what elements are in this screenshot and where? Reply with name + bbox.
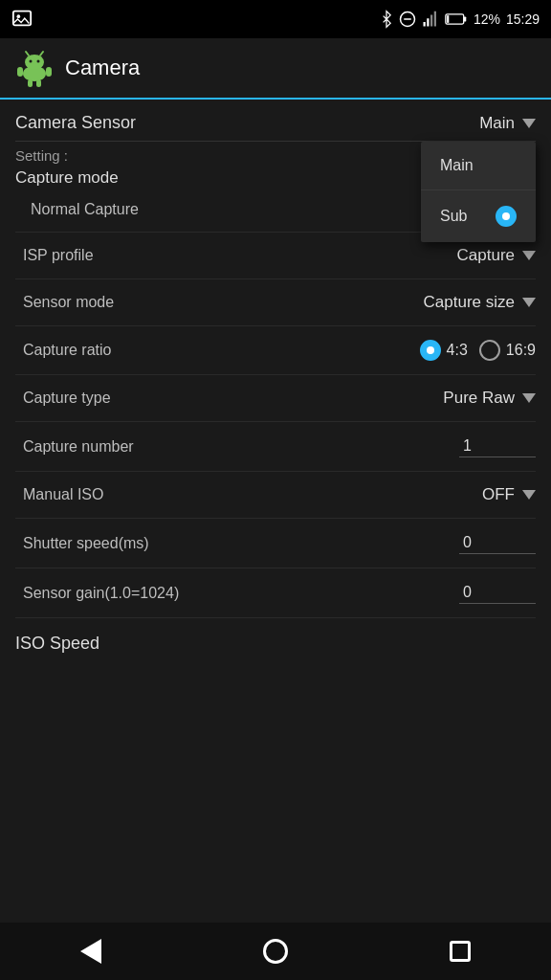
back-icon [80, 939, 101, 964]
isp-profile-arrow [522, 251, 536, 260]
svg-rect-17 [17, 67, 23, 77]
camera-sensor-label: Camera Sensor [15, 113, 136, 133]
nav-recents-button[interactable] [450, 941, 471, 962]
sensor-mode-arrow [522, 298, 536, 307]
sensor-mode-dropdown[interactable]: Capture size [424, 293, 536, 312]
svg-rect-20 [36, 79, 41, 87]
svg-rect-9 [464, 16, 467, 21]
manual-iso-row[interactable]: Manual ISO OFF [15, 472, 536, 519]
sensor-gain-row[interactable]: Sensor gain(1.0=1024) [15, 568, 536, 618]
home-icon [263, 939, 288, 964]
sensor-gain-label: Sensor gain(1.0=1024) [15, 585, 179, 602]
time-display: 15:29 [506, 11, 540, 27]
camera-sensor-menu[interactable]: Main Sub [421, 142, 536, 242]
ratio-4-3-label: 4:3 [447, 342, 468, 359]
battery-icon [445, 12, 468, 26]
sub-radio-selected [496, 206, 517, 227]
ratio-16-9-label: 16:9 [506, 342, 536, 359]
app-bar: Camera [0, 38, 551, 100]
svg-rect-7 [434, 11, 436, 27]
capture-type-label: Capture type [15, 390, 111, 407]
svg-rect-10 [447, 15, 449, 23]
capture-number-input[interactable] [459, 435, 536, 457]
setting-label: Setting : [15, 140, 68, 166]
capture-number-label: Capture number [15, 438, 134, 456]
svg-line-15 [26, 52, 29, 56]
capture-type-row[interactable]: Capture type Pure Raw [15, 375, 536, 422]
shutter-speed-input[interactable] [459, 532, 536, 554]
recents-icon [450, 941, 471, 962]
ratio-4-3-radio[interactable] [420, 340, 441, 361]
nav-back-button[interactable] [80, 939, 101, 964]
svg-rect-4 [423, 22, 425, 27]
battery-percent: 12% [474, 11, 500, 27]
capture-number-row[interactable]: Capture number [15, 422, 536, 472]
svg-rect-5 [427, 18, 429, 26]
ratio-16-9-option[interactable]: 16:9 [479, 340, 536, 361]
isp-profile-label: ISP profile [15, 247, 94, 264]
iso-speed-section: ISO Speed [15, 618, 536, 661]
camera-sensor-row[interactable]: Camera Sensor Main Main Sub [15, 100, 536, 142]
camera-sensor-value: Main [479, 114, 515, 133]
camera-sensor-arrow [522, 119, 536, 128]
capture-type-value: Pure Raw [443, 389, 515, 408]
normal-capture-label: Normal Capture [15, 201, 139, 218]
isp-profile-value: Capture [457, 246, 515, 265]
status-bar: 12% 15:29 [0, 0, 551, 38]
svg-point-13 [30, 60, 33, 63]
capture-type-dropdown[interactable]: Pure Raw [443, 389, 536, 408]
shutter-speed-row[interactable]: Shutter speed(ms) [15, 519, 536, 568]
navigation-bar [0, 923, 551, 980]
camera-sensor-option-main[interactable]: Main [421, 142, 536, 190]
bluetooth-icon [380, 10, 393, 29]
ratio-16-9-radio[interactable] [479, 340, 500, 361]
sensor-mode-value: Capture size [424, 293, 515, 312]
nav-home-button[interactable] [263, 939, 288, 964]
capture-ratio-group[interactable]: 4:3 16:9 [420, 340, 536, 361]
camera-sensor-dropdown[interactable]: Main [479, 114, 536, 133]
isp-profile-dropdown[interactable]: Capture [457, 246, 536, 265]
android-logo [15, 49, 54, 87]
signal-icon [422, 11, 439, 28]
capture-mode-label: Capture mode [15, 163, 119, 192]
manual-iso-value: OFF [482, 485, 515, 504]
minus-icon [399, 11, 416, 28]
capture-ratio-label: Capture ratio [15, 342, 112, 359]
svg-point-12 [25, 55, 44, 70]
svg-rect-19 [28, 79, 33, 87]
sensor-mode-row[interactable]: Sensor mode Capture size [15, 279, 536, 326]
shutter-speed-label: Shutter speed(ms) [15, 535, 149, 552]
capture-ratio-row[interactable]: Capture ratio 4:3 16:9 [15, 326, 536, 375]
settings-content: Camera Sensor Main Main Sub Setting : Ca… [0, 100, 551, 661]
manual-iso-dropdown[interactable]: OFF [482, 485, 536, 504]
capture-type-arrow [522, 393, 536, 403]
svg-line-16 [40, 52, 43, 56]
status-icons: 12% 15:29 [380, 10, 540, 29]
svg-rect-18 [46, 67, 52, 77]
ratio-4-3-option[interactable]: 4:3 [420, 340, 468, 361]
camera-sensor-option-sub[interactable]: Sub [421, 190, 536, 242]
svg-rect-6 [430, 15, 432, 27]
status-bar-left-icons [11, 8, 33, 33]
sensor-mode-label: Sensor mode [15, 294, 114, 311]
svg-point-1 [17, 14, 21, 18]
sensor-gain-input[interactable] [459, 582, 536, 604]
svg-point-14 [37, 60, 40, 63]
iso-speed-label: ISO Speed [15, 634, 99, 653]
manual-iso-label: Manual ISO [15, 486, 103, 503]
app-title: Camera [65, 56, 140, 80]
manual-iso-arrow [522, 490, 536, 500]
